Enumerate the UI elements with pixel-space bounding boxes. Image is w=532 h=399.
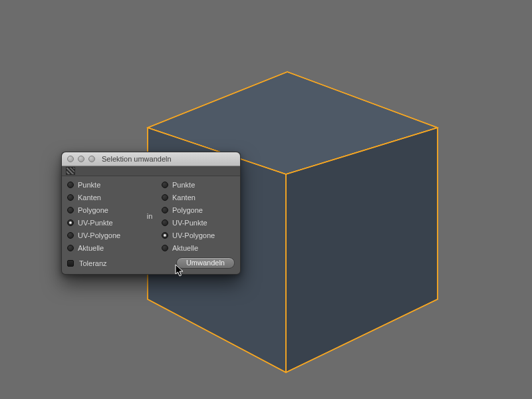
target-option[interactable]: Kanten (162, 192, 232, 203)
target-radio-label: Polygone (172, 206, 203, 214)
target-option[interactable]: UV-Punkte (162, 217, 232, 228)
source-radio-label: Kanten (78, 194, 101, 201)
target-type-group: PunkteKantenPolygoneUV-PunkteUV-Polygone… (162, 179, 232, 253)
target-radio-icon[interactable] (162, 194, 168, 201)
target-option[interactable]: Polygone (162, 204, 232, 215)
selection-pattern-icon[interactable] (66, 167, 75, 175)
dialog-title: Selektion umwandeln (102, 155, 172, 163)
cube-face-right (286, 128, 438, 372)
toleranz-label: Toleranz (79, 259, 107, 267)
target-radio-icon[interactable] (162, 245, 168, 251)
window-zoom-icon[interactable] (88, 156, 95, 162)
source-radio-label: Aktuelle (78, 244, 104, 252)
target-radio-label: Aktuelle (172, 244, 198, 252)
target-radio-icon[interactable] (162, 219, 168, 226)
source-option[interactable]: Kanten (67, 192, 138, 203)
window-close-icon[interactable] (67, 156, 74, 162)
target-radio-icon[interactable] (162, 207, 168, 213)
dialog-titlebar[interactable]: Selektion umwandeln (62, 152, 240, 166)
source-radio-icon[interactable] (67, 182, 74, 188)
source-type-group: PunkteKantenPolygoneUV-PunkteUV-Polygone… (67, 179, 138, 253)
target-radio-icon[interactable] (162, 232, 168, 239)
source-radio-label: Polygone (78, 206, 108, 214)
target-radio-label: Punkte (172, 181, 195, 189)
toleranz-checkbox[interactable] (67, 260, 74, 267)
source-radio-label: Punkte (78, 181, 100, 189)
source-option[interactable]: Polygone (67, 204, 138, 215)
source-option[interactable]: UV-Punkte (67, 217, 138, 228)
in-label: in (138, 179, 162, 253)
source-radio-icon[interactable] (67, 207, 74, 213)
source-radio-icon[interactable] (67, 219, 74, 226)
target-option[interactable]: UV-Polygone (162, 229, 232, 241)
source-option[interactable]: Punkte (67, 179, 138, 190)
convert-button[interactable]: Umwandeln (176, 257, 235, 269)
source-radio-label: UV-Punkte (78, 219, 113, 227)
target-option[interactable]: Punkte (162, 179, 232, 190)
window-minimize-icon[interactable] (78, 156, 84, 162)
target-option[interactable]: Aktuelle (162, 242, 232, 253)
dialog-toolbar (62, 166, 240, 176)
dialog-footer: Toleranz Umwandeln (67, 257, 235, 269)
source-radio-icon[interactable] (67, 232, 74, 239)
target-radio-label: UV-Punkte (172, 219, 207, 227)
source-radio-icon[interactable] (67, 194, 74, 201)
source-option[interactable]: Aktuelle (67, 242, 138, 253)
convert-selection-dialog[interactable]: Selektion umwandeln PunkteKantenPolygone… (61, 152, 241, 275)
source-radio-icon[interactable] (67, 245, 74, 251)
target-radio-label: UV-Polygone (172, 231, 215, 239)
dialog-body: PunkteKantenPolygoneUV-PunkteUV-Polygone… (62, 176, 240, 274)
source-option[interactable]: UV-Polygone (67, 229, 138, 241)
target-radio-icon[interactable] (162, 182, 168, 188)
source-radio-label: UV-Polygone (78, 231, 120, 239)
target-radio-label: Kanten (172, 194, 196, 201)
